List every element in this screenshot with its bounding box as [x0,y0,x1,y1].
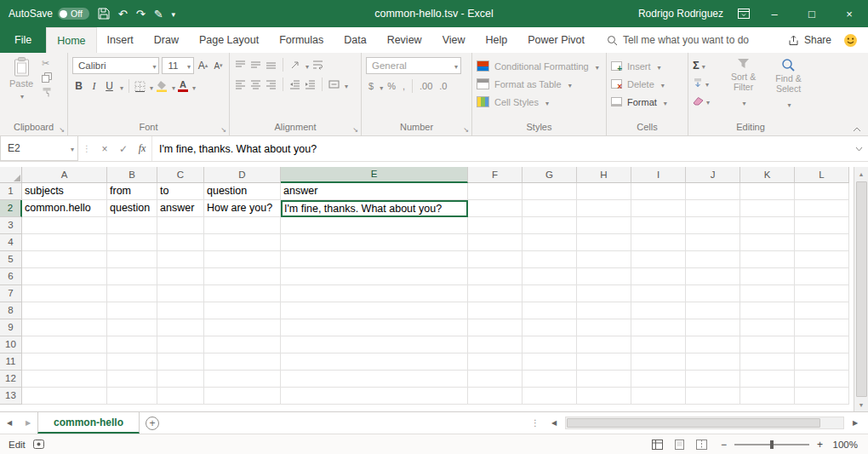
cell-E10[interactable] [281,336,468,353]
cell-A6[interactable] [22,268,107,285]
cell-G7[interactable] [523,285,577,302]
column-header-c[interactable]: C [157,167,204,183]
cell-J13[interactable] [686,388,740,405]
formula-input[interactable]: I'm fine, thanks. What about you? [151,136,849,161]
column-header-k[interactable]: K [740,167,795,183]
cell-L10[interactable] [795,336,849,353]
h-scroll-thumb[interactable] [567,418,820,428]
cell-H9[interactable] [577,319,631,336]
cell-C10[interactable] [157,336,204,353]
percent-format-icon[interactable]: % [385,81,398,91]
cell-F13[interactable] [468,388,523,405]
cell-I2[interactable] [631,200,686,217]
row-header-7[interactable]: 7 [0,285,22,302]
merge-center-icon[interactable] [328,77,340,92]
customize-quick-access-icon[interactable] [172,8,176,20]
cell-F11[interactable] [468,353,523,371]
font-color-icon[interactable]: A [178,80,188,92]
cell-A1[interactable]: subjects [22,183,107,200]
cell-L9[interactable] [795,319,849,336]
cell-C7[interactable] [157,285,204,302]
cell-A9[interactable] [22,319,107,336]
cell-L6[interactable] [795,268,849,285]
close-button[interactable]: × [831,0,868,27]
cell-E9[interactable] [281,319,468,336]
cell-G13[interactable] [523,388,577,405]
row-header-1[interactable]: 1 [0,183,22,200]
cell-D7[interactable] [204,285,281,302]
tab-review[interactable]: Review [377,27,432,53]
column-header-e[interactable]: E [281,167,468,183]
cell-C1[interactable]: to [157,183,204,200]
sheet-bar-resize-dots[interactable]: ⋮ [528,418,543,428]
tab-formulas[interactable]: Formulas [269,27,334,53]
maximize-button[interactable]: □ [793,0,831,27]
wrap-text-icon[interactable] [311,57,324,72]
cell-E2[interactable]: I'm fine, thanks. What about you? [281,200,468,217]
cell-D8[interactable] [204,302,281,319]
cell-K6[interactable] [740,268,795,285]
row-header-9[interactable]: 9 [0,319,22,336]
cell-G1[interactable] [523,183,577,200]
cell-L5[interactable] [795,251,849,268]
insert-cells-button[interactable]: Insert [611,57,683,75]
cell-D12[interactable] [204,371,281,388]
select-all-corner[interactable] [0,167,22,183]
cell-F7[interactable] [468,285,523,302]
cell-G2[interactable] [523,200,577,217]
cell-I3[interactable] [631,217,686,234]
orientation-dropdown-icon[interactable] [304,57,309,72]
name-box[interactable]: E2 [0,136,78,161]
cell-H8[interactable] [577,302,631,319]
cell-B12[interactable] [107,371,157,388]
cell-E11[interactable] [281,353,468,371]
increase-decimal-icon[interactable]: .00 [417,81,435,91]
cell-I13[interactable] [631,388,686,405]
cell-J10[interactable] [686,336,740,353]
alignment-dialog-launcher-icon[interactable] [352,126,358,134]
column-header-b[interactable]: B [107,167,157,183]
format-as-table-button[interactable]: Format as Table [477,75,602,93]
cell-B10[interactable] [107,336,157,353]
v-scroll-thumb[interactable] [856,181,867,397]
column-header-h[interactable]: H [577,167,631,183]
cell-J5[interactable] [686,251,740,268]
cell-A8[interactable] [22,302,107,319]
zoom-slider-thumb[interactable] [770,440,774,449]
normal-view-icon[interactable] [649,437,666,452]
borders-icon[interactable] [134,81,146,92]
cell-B3[interactable] [107,217,157,234]
cell-A2[interactable]: common.hello [22,200,107,217]
cell-E13[interactable] [281,388,468,405]
autosave-toggle[interactable]: AutoSave Off [9,8,89,20]
cell-B9[interactable] [107,319,157,336]
cell-I10[interactable] [631,336,686,353]
paste-button[interactable]: Paste [4,57,38,121]
cell-H7[interactable] [577,285,631,302]
cell-J2[interactable] [686,200,740,217]
cell-C5[interactable] [157,251,204,268]
cell-F9[interactable] [468,319,523,336]
row-header-6[interactable]: 6 [0,268,22,285]
page-layout-view-icon[interactable] [671,437,688,452]
cell-I12[interactable] [631,371,686,388]
cell-L1[interactable] [795,183,849,200]
insert-function-icon[interactable]: fx [133,136,151,161]
horizontal-scrollbar[interactable] [565,417,844,429]
cell-C9[interactable] [157,319,204,336]
cell-J12[interactable] [686,371,740,388]
vertical-scrollbar[interactable]: ▲ ▼ [854,167,868,411]
cell-K5[interactable] [740,251,795,268]
cell-K7[interactable] [740,285,795,302]
tab-page-layout[interactable]: Page Layout [189,27,269,53]
formula-bar-expand-icon[interactable] [849,136,868,161]
cell-F4[interactable] [468,234,523,251]
font-color-dropdown-icon[interactable] [191,78,196,94]
tab-data[interactable]: Data [334,27,376,53]
cell-I4[interactable] [631,234,686,251]
increase-font-size-icon[interactable]: A [197,58,209,73]
clipboard-dialog-launcher-icon[interactable] [59,126,65,134]
cell-L12[interactable] [795,371,849,388]
conditional-formatting-button[interactable]: Conditional Formatting [477,57,602,75]
accounting-dropdown-icon[interactable] [378,78,383,94]
